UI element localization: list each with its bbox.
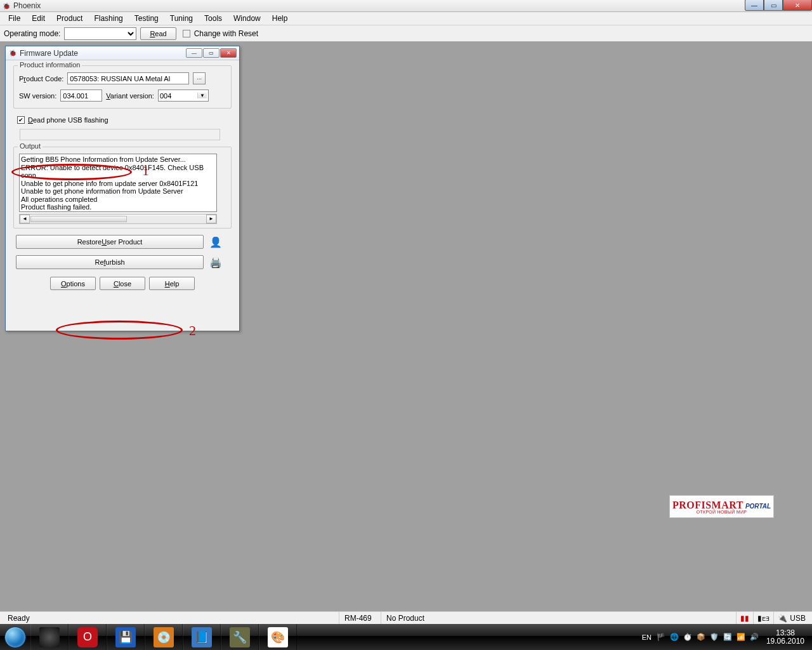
menubar: File Edit Product Flashing Testing Tunin… <box>0 12 812 25</box>
menu-file[interactable]: File <box>3 13 26 24</box>
close-button[interactable]: ✕ <box>783 0 812 11</box>
tray-icon-2[interactable]: 🌐 <box>669 632 680 642</box>
toolbar: Operating mode: Read Change with Reset <box>0 25 812 42</box>
product-code-input[interactable] <box>67 72 189 84</box>
firmware-update-window: 🐞 Firmware Update — ▭ ✕ Product informat… <box>5 46 240 331</box>
menu-testing[interactable]: Testing <box>129 13 164 24</box>
taskbar-app-paint[interactable]: 🎨 <box>259 624 297 650</box>
usb-plug-icon: 🔌 <box>778 614 787 623</box>
fu-minimize-button[interactable]: — <box>186 48 202 58</box>
tray-network-icon[interactable]: 📶 <box>736 632 747 642</box>
product-code-browse-button[interactable]: ... <box>193 72 206 84</box>
taskbar-time: 13:38 <box>766 629 804 637</box>
taskbar-app-save[interactable]: 💾 <box>107 624 145 650</box>
taskbar-app-1[interactable] <box>30 624 69 650</box>
read-button[interactable]: Read <box>140 27 176 40</box>
menu-tools[interactable]: Tools <box>199 13 228 24</box>
main-titlebar: 🐞 Phoenix — ▭ ✕ <box>0 0 812 12</box>
output-title: Output <box>18 142 43 150</box>
variant-version-label: Variant version: <box>106 92 154 100</box>
status-indicator-1: ▮▮ <box>736 612 753 624</box>
main-window-title: Phoenix <box>13 1 811 10</box>
product-information-group: Product information Product Code: ... SW… <box>13 65 232 109</box>
menu-window[interactable]: Window <box>228 13 266 24</box>
main-window-controls: — ▭ ✕ <box>745 0 812 11</box>
close-dialog-button[interactable]: Close <box>100 277 145 290</box>
change-with-reset-checkbox[interactable] <box>183 30 190 37</box>
variant-version-dropdown[interactable]: 004 ▼ <box>158 90 209 102</box>
menu-product[interactable]: Product <box>51 13 88 24</box>
dead-phone-checkbox[interactable]: ✔ <box>17 116 25 124</box>
product-code-label: Product Code: <box>19 75 63 83</box>
fu-maximize-button[interactable]: ▭ <box>203 48 219 58</box>
status-usb: 🔌USB <box>773 612 809 624</box>
menu-flashing[interactable]: Flashing <box>88 13 128 24</box>
status-ready: Ready <box>3 612 339 624</box>
output-group: Output ◄ ► <box>13 147 232 229</box>
sw-version-label: SW version: <box>19 92 56 100</box>
sw-version-input[interactable] <box>60 90 102 102</box>
dropdown-arrow-icon: ▼ <box>197 93 207 98</box>
taskbar: O 💾 💿 📘 🔧 🎨 EN 🏴 🌐 ⏱️ 📦 🛡️ 🔄 📶 🔊 13:38 1… <box>0 624 812 650</box>
firmware-update-title: Firmware Update <box>20 49 185 58</box>
output-textarea[interactable] <box>19 154 217 212</box>
tray-icon-4[interactable]: 📦 <box>696 632 707 642</box>
status-rm: RM-469 <box>339 612 381 624</box>
annotation-number-2: 2 <box>189 322 196 339</box>
menu-tuning[interactable]: Tuning <box>164 13 199 24</box>
annotation-number-1: 1 <box>142 162 149 179</box>
variant-version-value: 004 <box>160 92 171 100</box>
printer-icon: 🖨️ <box>209 255 223 269</box>
dead-phone-label: Dead phone USB flashing <box>28 116 108 124</box>
annotation-circle-1 <box>11 164 132 180</box>
output-hscrollbar[interactable]: ◄ ► <box>19 214 217 224</box>
menu-help[interactable]: Help <box>266 13 294 24</box>
fu-close-button[interactable]: ✕ <box>220 48 237 58</box>
scroll-thumb[interactable] <box>30 216 127 222</box>
change-with-reset-label: Change with Reset <box>194 29 258 38</box>
start-button[interactable] <box>0 624 30 650</box>
taskbar-clock[interactable]: 13:38 19.06.2010 <box>761 629 809 646</box>
watermark-line2: ОТКРОЙ НОВЫЙ МИР <box>697 510 747 514</box>
taskbar-date: 19.06.2010 <box>766 637 804 646</box>
firmware-update-icon: 🐞 <box>8 49 17 58</box>
app-icon: 🐞 <box>1 1 11 11</box>
tray-volume-icon[interactable]: 🔊 <box>749 632 760 642</box>
empty-panel <box>20 129 220 140</box>
watermark: PROFISMARTPORTAL ОТКРОЙ НОВЫЙ МИР <box>669 495 774 518</box>
taskbar-app-opera[interactable]: O <box>69 624 107 650</box>
scroll-right-icon[interactable]: ► <box>206 215 216 223</box>
watermark-line1a: PROFISMART <box>672 500 743 510</box>
tray-flag-icon[interactable]: 🏴 <box>656 632 667 642</box>
menu-edit[interactable]: Edit <box>26 13 51 24</box>
language-indicator[interactable]: EN <box>639 632 655 643</box>
taskbar-app-phoenix[interactable]: 🔧 <box>221 624 259 650</box>
minimize-button[interactable]: — <box>745 0 764 11</box>
product-information-title: Product information <box>18 61 82 69</box>
options-button[interactable]: Options <box>50 277 96 290</box>
watermark-line1b: PORTAL <box>745 503 771 510</box>
tray-icon-3[interactable]: ⏱️ <box>683 632 693 642</box>
operating-mode-label: Operating mode: <box>4 29 60 38</box>
tray-icon-6[interactable]: 🔄 <box>723 632 733 642</box>
status-indicator-2: ▮E∃ <box>753 612 773 624</box>
user-icon: 👤 <box>209 235 223 249</box>
tray-icon-5[interactable]: 🛡️ <box>709 632 720 642</box>
mdi-client: 🐞 Firmware Update — ▭ ✕ Product informat… <box>0 42 812 599</box>
refurbish-button[interactable]: Refurbish <box>16 255 204 269</box>
taskbar-app-5[interactable]: 📘 <box>183 624 221 650</box>
statusbar: Ready RM-469 No Product ▮▮ ▮E∃ 🔌USB <box>0 611 812 624</box>
restore-user-product-button[interactable]: Restore User Product <box>16 235 204 249</box>
annotation-circle-2 <box>56 321 183 340</box>
help-button[interactable]: Help <box>149 277 195 290</box>
scroll-left-icon[interactable]: ◄ <box>20 215 30 223</box>
system-tray: EN 🏴 🌐 ⏱️ 📦 🛡️ 🔄 📶 🔊 13:38 19.06.2010 <box>639 624 812 650</box>
dead-phone-row: ✔ Dead phone USB flashing <box>13 114 232 125</box>
taskbar-app-4[interactable]: 💿 <box>145 624 183 650</box>
status-no-product: No Product <box>381 612 571 624</box>
operating-mode-combo[interactable] <box>64 27 136 40</box>
maximize-button[interactable]: ▭ <box>764 0 783 11</box>
firmware-update-titlebar[interactable]: 🐞 Firmware Update — ▭ ✕ <box>6 46 239 60</box>
